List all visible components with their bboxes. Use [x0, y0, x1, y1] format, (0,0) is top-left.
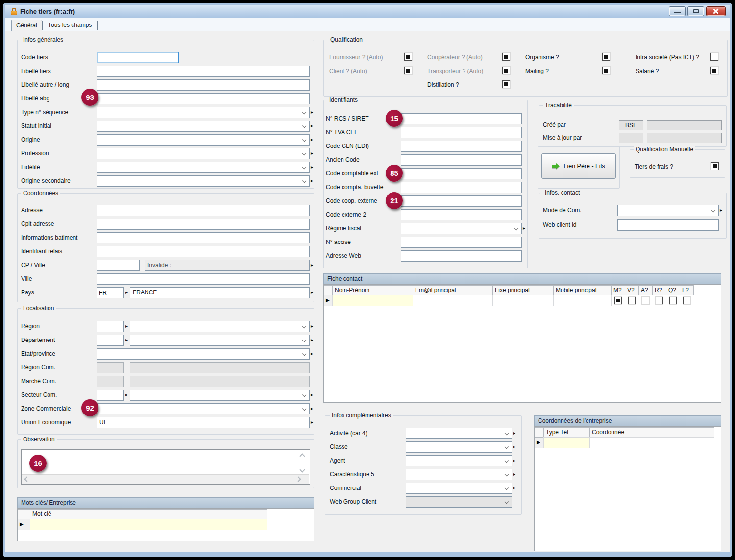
fidelite-combo[interactable] — [97, 162, 310, 173]
nom-prenom-column-header[interactable]: Nom-Prénom — [332, 285, 413, 295]
lookup-arrow-icon[interactable]: ▸ — [513, 444, 515, 449]
r-column-header[interactable]: R? — [652, 285, 666, 295]
departement-code-input[interactable] — [97, 335, 124, 346]
cp-input[interactable] — [97, 260, 140, 271]
q-column-header[interactable]: Q? — [666, 285, 680, 295]
lookup-arrow-icon[interactable]: ▸ — [311, 151, 313, 156]
union-economique-combo[interactable]: UE — [97, 417, 310, 428]
lookup-arrow-icon[interactable]: ▸ — [311, 392, 313, 397]
code-comptable-ext-input[interactable] — [401, 168, 522, 179]
departement-combo[interactable] — [130, 335, 310, 346]
fournisseur-checkbox[interactable] — [404, 53, 412, 61]
lookup-arrow-icon[interactable]: ▸ — [125, 290, 128, 295]
mobile-column-header[interactable]: Mobile principal — [553, 285, 612, 295]
lookup-arrow-icon[interactable]: ▸ — [311, 420, 313, 425]
coordonnee-cell[interactable] — [589, 437, 714, 448]
lookup-arrow-icon[interactable]: ▸ — [513, 472, 515, 477]
q-flag-checkbox[interactable] — [669, 297, 677, 304]
lookup-arrow-icon[interactable]: ▸ — [311, 351, 313, 356]
title-bar[interactable]: Fiche tiers (fr:a:fr) — [5, 5, 730, 18]
profession-combo[interactable] — [97, 148, 310, 159]
m-flag-checkbox[interactable] — [614, 297, 622, 304]
mot-cle-column-header[interactable]: Mot clé — [30, 509, 267, 519]
zone-commerciale-combo[interactable] — [97, 403, 310, 414]
cplt-adresse-input[interactable] — [97, 219, 310, 230]
distillation-checkbox[interactable] — [502, 80, 510, 88]
lookup-arrow-icon[interactable]: ▸ — [311, 178, 313, 183]
tiers-de-frais-checkbox[interactable] — [711, 162, 719, 170]
v-flag-checkbox[interactable] — [628, 297, 636, 304]
etat-province-combo[interactable] — [97, 348, 310, 360]
identifiant-relais-input[interactable] — [97, 246, 310, 257]
salarie-checkbox[interactable] — [710, 67, 718, 74]
mailing-checkbox[interactable] — [602, 67, 610, 74]
cooperateur-checkbox[interactable] — [502, 53, 510, 61]
lookup-arrow-icon[interactable]: ▸ — [513, 486, 515, 490]
region-code-input[interactable] — [97, 321, 124, 332]
fixe-column-header[interactable]: Fixe principal — [492, 285, 554, 295]
accise-input[interactable] — [401, 237, 522, 248]
v-column-header[interactable]: V? — [625, 285, 639, 295]
origine-secondaire-combo[interactable] — [97, 175, 310, 187]
r-flag-checkbox[interactable] — [656, 297, 663, 304]
lookup-arrow-icon[interactable]: ▸ — [720, 208, 722, 213]
activite-combo[interactable] — [406, 428, 512, 439]
f-column-header[interactable]: F? — [680, 285, 694, 295]
row-selector-cell[interactable]: ▶ — [535, 437, 544, 448]
lookup-arrow-icon[interactable]: ▸ — [311, 123, 313, 128]
adresse-web-input[interactable] — [401, 250, 522, 262]
code-compta-buvette-input[interactable] — [401, 182, 522, 193]
email-column-header[interactable]: Em@il principal — [413, 285, 493, 295]
code-coop-externe-input[interactable] — [401, 195, 522, 207]
libelle-tiers-input[interactable] — [97, 66, 310, 77]
mot-cle-cell[interactable] — [30, 519, 267, 530]
secteur-com-combo[interactable] — [130, 390, 310, 401]
lookup-arrow-icon[interactable]: ▸ — [311, 137, 313, 142]
a-column-header[interactable]: A? — [638, 285, 653, 295]
type-tel-cell[interactable] — [543, 437, 590, 448]
lookup-arrow-icon[interactable]: ▸ — [523, 226, 525, 231]
client-checkbox[interactable] — [404, 67, 412, 74]
code-externe-2-input[interactable] — [401, 209, 522, 220]
lookup-arrow-icon[interactable]: ▸ — [125, 324, 128, 329]
lookup-arrow-icon[interactable]: ▸ — [125, 338, 128, 342]
m-column-header[interactable]: M? — [611, 285, 625, 295]
mobile-cell[interactable] — [553, 295, 612, 306]
rcs-siret-input[interactable] — [401, 113, 522, 124]
lookup-arrow-icon[interactable]: ▸ — [311, 263, 313, 268]
fixe-cell[interactable] — [492, 295, 554, 306]
web-client-id-input[interactable] — [617, 219, 719, 231]
pays-combo[interactable]: FRANCE — [130, 287, 310, 298]
lookup-arrow-icon[interactable]: ▸ — [311, 165, 313, 170]
maximize-button[interactable] — [687, 6, 704, 16]
lien-pere-fils-button[interactable]: Lien Père - Fils — [541, 153, 616, 179]
lookup-arrow-icon[interactable]: ▸ — [311, 290, 313, 295]
tab-tous-les-champs[interactable]: Tous les champs — [44, 20, 96, 31]
cp-ville-combo[interactable]: Invalide : — [145, 260, 310, 271]
intra-societe-checkbox[interactable] — [710, 53, 718, 61]
f-flag-checkbox[interactable] — [683, 297, 690, 304]
tab-general[interactable]: Général — [11, 20, 42, 31]
row-selector-cell[interactable]: ▶ — [324, 295, 333, 306]
ancien-code-input[interactable] — [401, 154, 522, 166]
coordonnee-column-header[interactable]: Coordonnée — [589, 427, 714, 438]
row-selector-cell[interactable]: ▶ — [18, 519, 30, 530]
secteur-com-code-input[interactable] — [97, 390, 124, 401]
type-tel-column-header[interactable]: Type Tél — [543, 427, 590, 438]
regime-fiscal-combo[interactable] — [401, 223, 522, 234]
type-sequence-combo[interactable] — [97, 107, 310, 118]
code-gln-input[interactable] — [401, 141, 522, 152]
mode-de-com-combo[interactable] — [617, 205, 719, 216]
organisme-checkbox[interactable] — [602, 53, 610, 61]
lookup-arrow-icon[interactable]: ▸ — [311, 110, 313, 115]
minimize-button[interactable] — [669, 6, 686, 16]
observation-textarea[interactable] — [21, 449, 310, 485]
ville-input[interactable] — [97, 273, 310, 285]
libelle-autre-long-input[interactable] — [97, 79, 310, 91]
nom-prenom-cell[interactable] — [332, 295, 413, 306]
informations-batiment-input[interactable] — [97, 232, 310, 243]
adresse-input[interactable] — [97, 205, 310, 216]
lookup-arrow-icon[interactable]: ▸ — [513, 431, 515, 436]
agent-combo[interactable] — [406, 455, 512, 466]
pays-code-input[interactable] — [97, 287, 124, 298]
